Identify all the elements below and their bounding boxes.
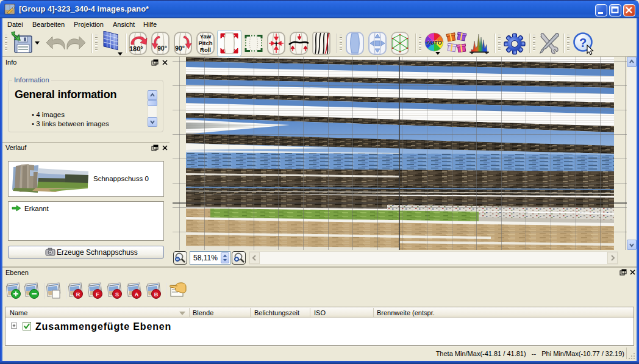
svg-text:Roll: Roll — [200, 46, 211, 53]
svg-text:AUTO: AUTO — [426, 40, 441, 46]
svg-text:Yaw: Yaw — [200, 33, 212, 40]
svg-text:90°: 90° — [157, 45, 167, 52]
svg-text:A: A — [135, 291, 139, 298]
svg-text:B: B — [154, 291, 159, 298]
svg-text:F: F — [96, 291, 99, 298]
svg-text:Pitch: Pitch — [198, 40, 212, 46]
svg-text:90°: 90° — [175, 45, 185, 52]
svg-text:?: ? — [579, 36, 587, 49]
svg-text:S: S — [115, 291, 119, 298]
svg-text:R: R — [76, 291, 80, 298]
svg-text:180°: 180° — [129, 45, 143, 52]
